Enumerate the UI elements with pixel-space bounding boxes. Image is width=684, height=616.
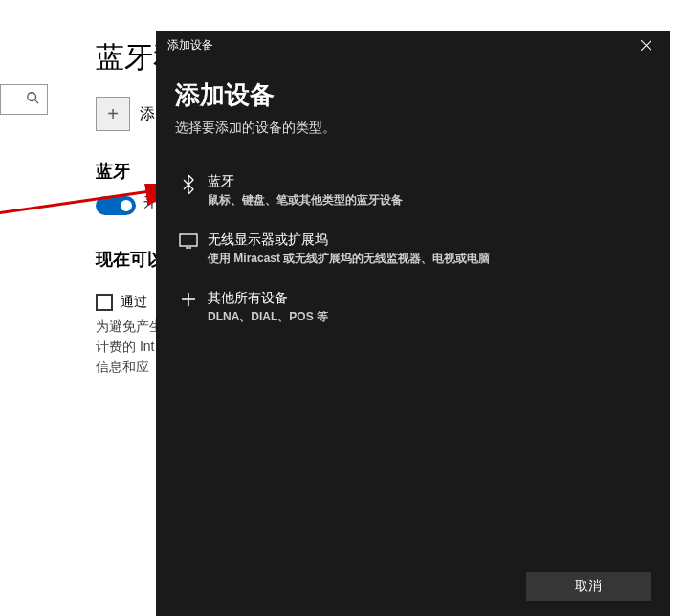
add-device-dialog: 添加设备 添加设备 选择要添加的设备的类型。 蓝牙 鼠标、键盘、笔或其他类型的蓝… [156,31,670,616]
option-desc: 鼠标、键盘、笔或其他类型的蓝牙设备 [208,192,651,209]
svg-line-1 [35,100,39,104]
checkbox-icon [96,294,113,311]
svg-point-0 [28,93,36,101]
close-button[interactable] [626,32,666,58]
option-title: 蓝牙 [208,173,651,190]
option-title: 无线显示器或扩展坞 [208,231,651,249]
option-wireless-display[interactable]: 无线显示器或扩展坞 使用 Miracast 或无线扩展坞的无线监视器、电视或电脑 [175,226,651,284]
dialog-footer: 取消 [156,562,670,616]
plus-icon [175,292,202,307]
search-input[interactable] [0,84,48,115]
plus-icon: + [96,97,130,131]
display-icon [175,233,202,249]
dialog-title: 添加设备 [167,37,213,54]
dialog-heading: 添加设备 [175,78,651,112]
dialog-body: 添加设备 选择要添加的设备的类型。 蓝牙 鼠标、键盘、笔或其他类型的蓝牙设备 无… [156,59,670,562]
close-icon [641,40,651,51]
add-label: 添 [140,104,155,124]
cancel-button[interactable]: 取消 [526,572,651,601]
bluetooth-icon [175,175,202,194]
option-other-devices[interactable]: 其他所有设备 DLNA、DIAL、POS 等 [175,284,651,342]
dialog-titlebar: 添加设备 [156,31,670,59]
svg-rect-6 [180,234,197,246]
dialog-subtitle: 选择要添加的设备的类型。 [175,120,651,137]
bluetooth-toggle[interactable] [96,196,136,215]
option-bluetooth[interactable]: 蓝牙 鼠标、键盘、笔或其他类型的蓝牙设备 [175,167,651,226]
option-title: 其他所有设备 [208,290,651,307]
checkbox-label: 通过 [121,294,147,311]
option-desc: 使用 Miracast 或无线扩展坞的无线监视器、电视或电脑 [208,251,651,267]
search-icon [26,91,39,108]
option-desc: DLNA、DIAL、POS 等 [208,309,651,325]
toggle-label: 开 [143,194,157,211]
